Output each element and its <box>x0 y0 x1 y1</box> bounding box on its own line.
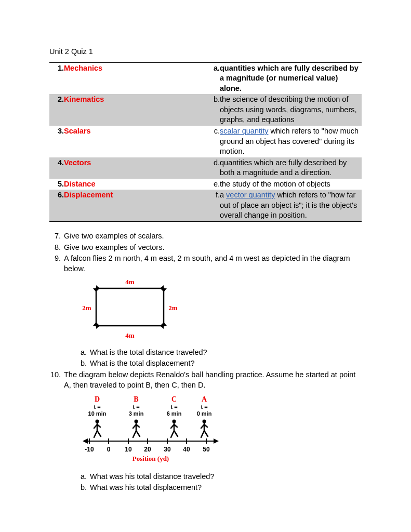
person-icon <box>201 420 208 438</box>
row-number: 6. <box>49 190 64 221</box>
row-definition: a vector quantity which refers to "how f… <box>220 190 362 221</box>
tick-label: 40 <box>183 446 190 453</box>
svg-marker-7 <box>161 288 167 292</box>
sub-letter: b. <box>77 358 90 369</box>
row-term: Scalars <box>64 126 209 157</box>
row-def-letter: d. <box>209 157 220 179</box>
question-number: 9. <box>49 254 64 274</box>
row-number: 1. <box>49 62 64 94</box>
question-9: 9. A falcon flies 2 m north, 4 m east, 2… <box>49 254 362 274</box>
tick-label: -10 <box>85 446 94 453</box>
point-time-value: 3 min <box>129 410 144 417</box>
point-time-label: t = <box>201 404 207 410</box>
row-term: Distance <box>64 179 209 190</box>
svg-rect-0 <box>96 288 164 326</box>
question-10b: b. What was his total displacement? <box>49 483 362 493</box>
row-term: Displacement <box>64 190 209 221</box>
question-10: 10. The diagram below depicts Renaldo's … <box>49 370 362 390</box>
match-row: 3.Scalarsc.scalar quantity which refers … <box>49 126 362 157</box>
question-9b: b. What is the total displacement? <box>49 358 362 369</box>
tick-label: 0 <box>107 446 111 453</box>
person-icon <box>171 420 178 438</box>
match-row: 6.Displacementf.a vector quantity which … <box>49 190 362 221</box>
point-time-label: t = <box>170 404 177 410</box>
person-icon <box>94 420 101 438</box>
sub-letter: b. <box>77 483 90 493</box>
question-8: 8. Give two examples of vectors. <box>49 243 362 253</box>
question-number: 10. <box>49 370 64 390</box>
definition-link[interactable]: scalar quantity <box>220 127 269 135</box>
sub-text: What was his total displacement? <box>90 483 362 493</box>
tick-label: 10 <box>125 446 132 453</box>
match-row: 2.Kinematicsb.the science of describing … <box>49 94 362 126</box>
point-letter: A <box>202 395 207 403</box>
point-letter: D <box>95 395 100 403</box>
point-time-value: 10 min <box>88 410 107 417</box>
row-def-letter: b. <box>209 94 220 126</box>
page-title: Unit 2 Quiz 1 <box>49 47 362 57</box>
sub-text: What is the total displacement? <box>90 358 362 369</box>
svg-marker-11 <box>214 438 219 444</box>
row-definition: the science of describing the motion of … <box>220 94 362 126</box>
question-7: 7. Give two examples of scalars. <box>49 231 362 242</box>
question-number: 7. <box>49 231 64 242</box>
tick-label: 50 <box>203 446 210 453</box>
sub-letter: a. <box>77 348 90 358</box>
row-definition: the study of the motion of objects <box>220 179 362 190</box>
row-number: 2. <box>49 94 64 126</box>
timeline-diagram: Position (yd) -1001020304050Dt =10 minBt… <box>81 394 362 468</box>
sub-text: What is the total distance traveled? <box>90 348 362 358</box>
match-row: 1.Mechanicsa.quantities which are fully … <box>49 62 362 94</box>
right-label: 2m <box>168 304 178 312</box>
question-text: Give two examples of vectors. <box>64 243 362 253</box>
row-def-letter: a. <box>209 62 220 94</box>
row-term: Mechanics <box>64 62 209 94</box>
point-time-value: 6 min <box>167 410 182 417</box>
match-row: 4.Vectorsd.quantities which are fully de… <box>49 157 362 179</box>
matching-table: 1.Mechanicsa.quantities which are fully … <box>49 62 362 222</box>
tick-label: 20 <box>144 446 151 453</box>
definition-link[interactable]: vector quantity <box>226 191 275 199</box>
question-text: The diagram below depicts Renaldo's ball… <box>64 370 362 390</box>
row-def-letter: e. <box>209 179 220 190</box>
question-9a: a. What is the total distance traveled? <box>49 348 362 358</box>
person-icon <box>133 420 140 438</box>
point-time-label: t = <box>94 404 100 410</box>
question-text: Give two examples of scalars. <box>64 231 362 242</box>
row-definition: quantities which are fully described by … <box>220 62 362 94</box>
axis-label: Position (yd) <box>132 455 169 462</box>
row-definition: scalar quantity which refers to "how muc… <box>220 126 362 157</box>
row-term: Kinematics <box>64 94 209 126</box>
point-time-value: 0 min <box>197 410 212 417</box>
row-def-letter: f. <box>209 190 220 221</box>
left-label: 2m <box>82 304 91 312</box>
match-row: 5.Distancee.the study of the motion of o… <box>49 179 362 190</box>
question-number: 8. <box>49 243 64 253</box>
sub-text: What was his total distance traveled? <box>90 472 362 482</box>
point-letter: B <box>134 395 138 403</box>
svg-marker-5 <box>93 288 99 292</box>
tick-label: 30 <box>164 446 171 453</box>
row-def-letter: c. <box>209 126 220 157</box>
row-number: 4. <box>49 157 64 179</box>
row-definition: quantities which are fully described by … <box>220 157 362 179</box>
point-letter: C <box>171 395 177 403</box>
svg-marker-8 <box>161 322 167 326</box>
sub-letter: a. <box>77 472 90 482</box>
row-number: 5. <box>49 179 64 190</box>
row-term: Vectors <box>64 157 209 179</box>
question-10a: a. What was his total distance traveled? <box>49 472 362 482</box>
top-label: 4m <box>125 278 135 286</box>
rectangle-diagram: 4m 4m 2m 2m <box>81 278 362 343</box>
svg-marker-10 <box>83 438 88 444</box>
point-time-label: t = <box>132 404 139 410</box>
row-number: 3. <box>49 126 64 157</box>
bottom-label: 4m <box>125 331 135 339</box>
svg-marker-6 <box>93 322 99 326</box>
question-text: A falcon flies 2 m north, 4 m east, 2 m … <box>64 254 362 274</box>
